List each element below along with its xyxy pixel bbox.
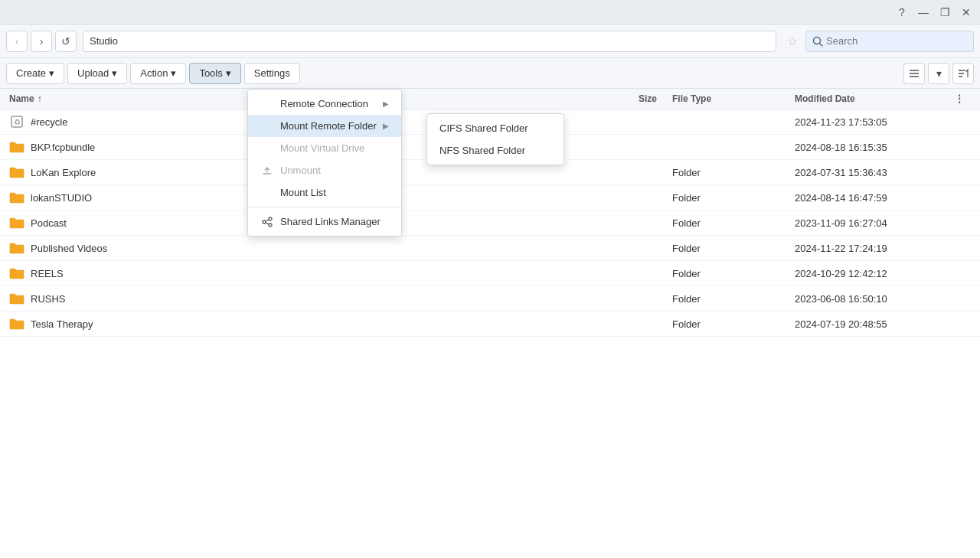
column-size[interactable]: Size	[596, 93, 672, 104]
address-bar[interactable]: Studio	[83, 31, 776, 52]
list-view-button[interactable]	[903, 63, 925, 84]
file-date: 2024-08-14 16:47:59	[795, 192, 948, 204]
forward-button[interactable]: ›	[31, 31, 52, 52]
refresh-button[interactable]: ↺	[55, 31, 77, 52]
folder-icon	[9, 139, 24, 155]
folder-icon	[9, 215, 24, 230]
tools-dropdown: Remote Connection ▶ Mount Remote Folder …	[247, 89, 402, 237]
upload-button[interactable]: Upload ▾	[67, 63, 127, 84]
help-button[interactable]: ?	[894, 5, 910, 20]
file-type: Folder	[672, 293, 795, 305]
file-type: Folder	[672, 243, 795, 254]
mount-list-label: Mount List	[280, 187, 326, 198]
settings-button[interactable]: Settings	[244, 63, 300, 84]
shared-links-icon	[260, 217, 274, 227]
minimize-button[interactable]: —	[916, 5, 931, 20]
close-button[interactable]: ✕	[959, 5, 974, 20]
unmount-label: Unmount	[280, 165, 321, 176]
create-label: Create	[16, 67, 46, 79]
mount-remote-label: Mount Remote Folder	[280, 120, 377, 132]
menu-item-mount-virtual-drive: Mount Virtual Drive	[248, 137, 401, 159]
file-name: Tesla Therapy	[31, 318, 596, 330]
file-date: 2023-11-09 16:27:04	[795, 217, 948, 229]
svg-point-12	[269, 224, 272, 227]
table-row[interactable]: Tesla Therapy Folder 2024-07-19 20:48:55	[0, 312, 980, 337]
tools-button[interactable]: Tools ▾	[189, 63, 240, 84]
remote-connection-label: Remote Connection	[280, 98, 368, 109]
svg-point-11	[269, 217, 272, 220]
folder-icon	[9, 165, 24, 180]
remote-connection-arrow: ▶	[383, 100, 389, 108]
sort-indicator: ↑	[38, 93, 42, 104]
folder-icon	[9, 266, 24, 281]
folder-icon	[9, 190, 24, 205]
file-type: Folder	[672, 318, 795, 330]
mount-remote-arrow: ▶	[383, 122, 389, 130]
favorite-button[interactable]: ☆	[782, 32, 802, 50]
table-row[interactable]: RUSHS Folder 2023-06-08 16:50:10	[0, 286, 980, 312]
menu-item-mount-list[interactable]: Mount List	[248, 181, 401, 204]
search-icon	[812, 36, 823, 47]
table-row[interactable]: Podcast Folder 2023-11-09 16:27:04	[0, 210, 980, 236]
file-name: RUSHS	[31, 293, 596, 305]
unmount-icon	[260, 165, 274, 176]
file-date: 2024-10-29 12:42:12	[795, 268, 948, 279]
file-type: Folder	[672, 217, 795, 229]
mount-virtual-label: Mount Virtual Drive	[280, 142, 364, 154]
back-button[interactable]: ‹	[6, 31, 28, 52]
menu-item-shared-links[interactable]: Shared Links Manager	[248, 210, 401, 233]
restore-button[interactable]: ❐	[937, 5, 952, 20]
folder-icon	[9, 316, 24, 331]
table-row[interactable]: Published Videos Folder 2024-11-22 17:24…	[0, 236, 980, 261]
view-dropdown-button[interactable]: ▾	[928, 63, 949, 84]
file-type: Folder	[672, 268, 795, 279]
sort-button[interactable]	[952, 63, 974, 84]
column-type[interactable]: File Type	[672, 93, 795, 104]
cifs-label: CIFS Shared Folder	[439, 122, 528, 134]
menu-item-unmount: Unmount	[248, 159, 401, 181]
svg-text:♻: ♻	[14, 118, 21, 126]
shared-links-label: Shared Links Manager	[280, 216, 381, 227]
tools-chevron-icon: ▾	[226, 67, 231, 79]
filelist-header: Name ↑ Size File Type Modified Date ⋮	[0, 89, 980, 109]
file-name: REELS	[31, 268, 596, 279]
tools-label: Tools	[199, 67, 222, 79]
column-date[interactable]: Modified Date	[795, 93, 948, 104]
action-label: Action	[140, 67, 168, 79]
file-date: 2024-08-18 16:15:35	[795, 142, 948, 153]
svg-line-1	[820, 43, 823, 46]
search-bar[interactable]	[805, 31, 974, 52]
svg-point-10	[263, 220, 266, 224]
menu-item-mount-remote-folder[interactable]: Mount Remote Folder ▶	[248, 115, 401, 137]
svg-line-13	[266, 220, 269, 221]
action-chevron-icon: ▾	[171, 67, 176, 79]
file-type: Folder	[672, 192, 795, 204]
action-button[interactable]: Action ▾	[130, 63, 186, 84]
folder-icon	[9, 291, 24, 306]
file-name: Published Videos	[31, 243, 596, 254]
recycle-icon: ♻	[9, 114, 24, 129]
create-button[interactable]: Create ▾	[6, 63, 64, 84]
file-date: 2024-11-23 17:53:05	[795, 116, 948, 128]
menu-item-nfs[interactable]: NFS Shared Folder	[427, 139, 564, 162]
table-row[interactable]: REELS Folder 2024-10-29 12:42:12	[0, 261, 980, 286]
navbar: ‹ › ↺ Studio ☆	[0, 24, 980, 58]
search-input[interactable]	[826, 35, 949, 47]
menu-item-remote-connection[interactable]: Remote Connection ▶	[248, 93, 401, 115]
menu-item-cifs[interactable]: CIFS Shared Folder	[427, 117, 564, 139]
folder-icon	[9, 240, 24, 256]
file-date: 2024-07-19 20:48:55	[795, 318, 948, 330]
nfs-label: NFS Shared Folder	[439, 145, 525, 156]
svg-line-14	[266, 223, 269, 224]
column-more[interactable]: ⋮	[948, 93, 971, 104]
titlebar: ? — ❐ ✕	[0, 0, 980, 24]
upload-chevron-icon: ▾	[112, 67, 117, 79]
toolbar: Create ▾ Upload ▾ Action ▾ Tools ▾ Setti…	[0, 58, 980, 89]
view-controls: ▾	[903, 63, 974, 84]
menu-divider	[248, 207, 401, 207]
file-type: Folder	[672, 167, 795, 178]
table-row[interactable]: lokanSTUDIO Folder 2024-08-14 16:47:59	[0, 185, 980, 210]
address-text: Studio	[90, 35, 118, 47]
file-date: 2023-06-08 16:50:10	[795, 293, 948, 305]
file-date: 2024-11-22 17:24:19	[795, 243, 948, 254]
